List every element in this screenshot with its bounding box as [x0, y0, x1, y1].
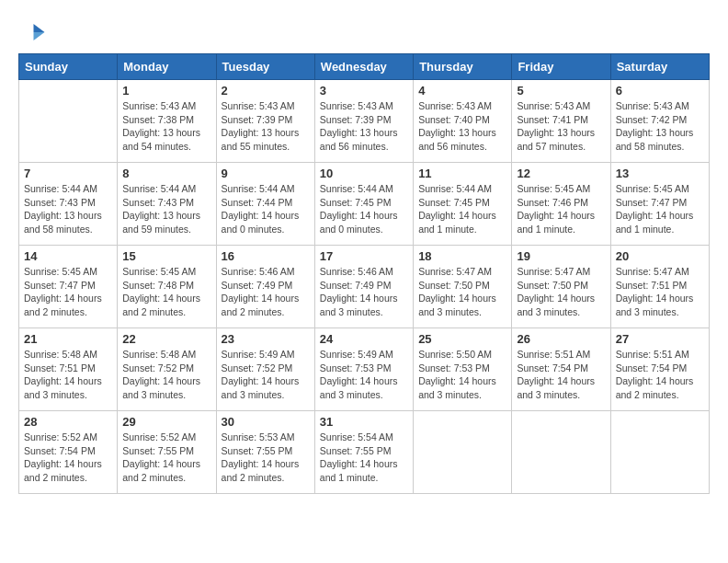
day-number: 25 [418, 332, 506, 346]
day-number: 17 [320, 249, 408, 263]
day-number: 16 [222, 249, 310, 263]
calendar-day-cell: 14Sunrise: 5:45 AM Sunset: 7:47 PM Dayli… [19, 246, 118, 328]
day-number: 21 [24, 332, 112, 346]
calendar-day-cell: 25Sunrise: 5:50 AM Sunset: 7:53 PM Dayli… [414, 328, 512, 411]
day-number: 3 [320, 84, 408, 98]
calendar-day-cell: 15Sunrise: 5:45 AM Sunset: 7:48 PM Dayli… [118, 246, 216, 328]
calendar-day-cell: 6Sunrise: 5:43 AM Sunset: 7:42 PM Daylig… [610, 80, 709, 163]
day-info: Sunrise: 5:48 AM Sunset: 7:51 PM Dayligh… [24, 348, 112, 402]
calendar-day-cell: 9Sunrise: 5:44 AM Sunset: 7:44 PM Daylig… [216, 163, 314, 246]
calendar-day-cell: 13Sunrise: 5:45 AM Sunset: 7:47 PM Dayli… [610, 163, 709, 246]
calendar-week-row: 1Sunrise: 5:43 AM Sunset: 7:38 PM Daylig… [19, 80, 710, 163]
calendar-header-row: SundayMondayTuesdayWednesdayThursdayFrid… [19, 54, 710, 80]
calendar-day-cell: 19Sunrise: 5:47 AM Sunset: 7:50 PM Dayli… [512, 246, 610, 328]
day-info: Sunrise: 5:46 AM Sunset: 7:49 PM Dayligh… [320, 265, 408, 319]
day-info: Sunrise: 5:43 AM Sunset: 7:38 PM Dayligh… [122, 99, 210, 154]
logo-icon [18, 18, 46, 46]
day-number: 24 [320, 332, 408, 346]
day-info: Sunrise: 5:52 AM Sunset: 7:55 PM Dayligh… [122, 431, 210, 485]
svg-marker-0 [34, 24, 45, 32]
day-info: Sunrise: 5:49 AM Sunset: 7:53 PM Dayligh… [320, 348, 408, 402]
calendar-day-cell [512, 411, 610, 494]
day-info: Sunrise: 5:43 AM Sunset: 7:42 PM Dayligh… [616, 99, 704, 154]
day-of-week-header: Monday [118, 54, 216, 80]
day-number: 28 [24, 415, 112, 429]
calendar-day-cell: 31Sunrise: 5:54 AM Sunset: 7:55 PM Dayli… [314, 411, 413, 494]
calendar-day-cell: 3Sunrise: 5:43 AM Sunset: 7:39 PM Daylig… [314, 80, 413, 163]
day-number: 15 [122, 249, 210, 263]
day-info: Sunrise: 5:44 AM Sunset: 7:45 PM Dayligh… [418, 182, 506, 236]
calendar-day-cell [19, 80, 118, 163]
day-info: Sunrise: 5:50 AM Sunset: 7:53 PM Dayligh… [418, 348, 506, 402]
calendar-day-cell: 10Sunrise: 5:44 AM Sunset: 7:45 PM Dayli… [314, 163, 413, 246]
day-info: Sunrise: 5:45 AM Sunset: 7:46 PM Dayligh… [517, 182, 605, 236]
calendar-day-cell: 22Sunrise: 5:48 AM Sunset: 7:52 PM Dayli… [118, 328, 216, 411]
day-info: Sunrise: 5:49 AM Sunset: 7:52 PM Dayligh… [222, 348, 310, 402]
day-number: 29 [122, 415, 210, 429]
day-number: 2 [222, 84, 310, 98]
day-info: Sunrise: 5:44 AM Sunset: 7:45 PM Dayligh… [320, 182, 408, 236]
day-info: Sunrise: 5:47 AM Sunset: 7:51 PM Dayligh… [616, 265, 704, 319]
day-number: 27 [616, 332, 704, 346]
day-info: Sunrise: 5:45 AM Sunset: 7:48 PM Dayligh… [122, 265, 210, 319]
calendar-day-cell: 7Sunrise: 5:44 AM Sunset: 7:43 PM Daylig… [19, 163, 118, 246]
day-info: Sunrise: 5:43 AM Sunset: 7:39 PM Dayligh… [222, 99, 310, 154]
day-number: 22 [122, 332, 210, 346]
day-info: Sunrise: 5:45 AM Sunset: 7:47 PM Dayligh… [24, 265, 112, 319]
day-info: Sunrise: 5:48 AM Sunset: 7:52 PM Dayligh… [122, 348, 210, 402]
calendar-day-cell: 1Sunrise: 5:43 AM Sunset: 7:38 PM Daylig… [118, 80, 216, 163]
day-number: 10 [320, 167, 408, 180]
day-number: 9 [222, 167, 310, 180]
calendar-day-cell: 18Sunrise: 5:47 AM Sunset: 7:50 PM Dayli… [414, 246, 512, 328]
calendar-day-cell: 27Sunrise: 5:51 AM Sunset: 7:54 PM Dayli… [610, 328, 709, 411]
day-number: 4 [418, 84, 506, 98]
day-of-week-header: Saturday [610, 54, 709, 80]
svg-marker-1 [34, 32, 45, 40]
calendar-day-cell: 28Sunrise: 5:52 AM Sunset: 7:54 PM Dayli… [19, 411, 118, 494]
day-info: Sunrise: 5:44 AM Sunset: 7:44 PM Dayligh… [222, 182, 310, 236]
day-info: Sunrise: 5:54 AM Sunset: 7:55 PM Dayligh… [320, 431, 408, 485]
calendar-day-cell: 8Sunrise: 5:44 AM Sunset: 7:43 PM Daylig… [118, 163, 216, 246]
calendar-day-cell: 30Sunrise: 5:53 AM Sunset: 7:55 PM Dayli… [216, 411, 314, 494]
page-header [18, 18, 710, 46]
calendar-day-cell [414, 411, 512, 494]
calendar-week-row: 7Sunrise: 5:44 AM Sunset: 7:43 PM Daylig… [19, 163, 710, 246]
day-number: 1 [122, 84, 210, 98]
day-info: Sunrise: 5:47 AM Sunset: 7:50 PM Dayligh… [517, 265, 605, 319]
day-number: 31 [320, 415, 408, 429]
day-number: 5 [517, 84, 605, 98]
day-info: Sunrise: 5:43 AM Sunset: 7:40 PM Dayligh… [418, 99, 506, 154]
day-of-week-header: Friday [512, 54, 610, 80]
calendar-week-row: 14Sunrise: 5:45 AM Sunset: 7:47 PM Dayli… [19, 246, 710, 328]
day-number: 20 [616, 249, 704, 263]
day-info: Sunrise: 5:43 AM Sunset: 7:41 PM Dayligh… [517, 99, 605, 154]
calendar-day-cell: 21Sunrise: 5:48 AM Sunset: 7:51 PM Dayli… [19, 328, 118, 411]
day-info: Sunrise: 5:51 AM Sunset: 7:54 PM Dayligh… [517, 348, 605, 402]
calendar-day-cell: 23Sunrise: 5:49 AM Sunset: 7:52 PM Dayli… [216, 328, 314, 411]
day-info: Sunrise: 5:46 AM Sunset: 7:49 PM Dayligh… [222, 265, 310, 319]
calendar-day-cell: 29Sunrise: 5:52 AM Sunset: 7:55 PM Dayli… [118, 411, 216, 494]
calendar-day-cell: 12Sunrise: 5:45 AM Sunset: 7:46 PM Dayli… [512, 163, 610, 246]
day-number: 19 [517, 249, 605, 263]
day-info: Sunrise: 5:52 AM Sunset: 7:54 PM Dayligh… [24, 431, 112, 485]
calendar-day-cell: 5Sunrise: 5:43 AM Sunset: 7:41 PM Daylig… [512, 80, 610, 163]
calendar-day-cell: 16Sunrise: 5:46 AM Sunset: 7:49 PM Dayli… [216, 246, 314, 328]
calendar-day-cell [610, 411, 709, 494]
day-info: Sunrise: 5:53 AM Sunset: 7:55 PM Dayligh… [222, 431, 310, 485]
day-info: Sunrise: 5:44 AM Sunset: 7:43 PM Dayligh… [24, 182, 112, 236]
calendar-day-cell: 11Sunrise: 5:44 AM Sunset: 7:45 PM Dayli… [414, 163, 512, 246]
calendar-day-cell: 20Sunrise: 5:47 AM Sunset: 7:51 PM Dayli… [610, 246, 709, 328]
day-number: 7 [24, 167, 112, 180]
day-info: Sunrise: 5:45 AM Sunset: 7:47 PM Dayligh… [616, 182, 704, 236]
day-info: Sunrise: 5:43 AM Sunset: 7:39 PM Dayligh… [320, 99, 408, 154]
day-of-week-header: Thursday [414, 54, 512, 80]
day-of-week-header: Wednesday [314, 54, 413, 80]
day-number: 18 [418, 249, 506, 263]
calendar-day-cell: 26Sunrise: 5:51 AM Sunset: 7:54 PM Dayli… [512, 328, 610, 411]
day-number: 6 [616, 84, 704, 98]
day-of-week-header: Sunday [19, 54, 118, 80]
calendar-day-cell: 24Sunrise: 5:49 AM Sunset: 7:53 PM Dayli… [314, 328, 413, 411]
day-number: 26 [517, 332, 605, 346]
day-of-week-header: Tuesday [216, 54, 314, 80]
calendar-day-cell: 4Sunrise: 5:43 AM Sunset: 7:40 PM Daylig… [414, 80, 512, 163]
